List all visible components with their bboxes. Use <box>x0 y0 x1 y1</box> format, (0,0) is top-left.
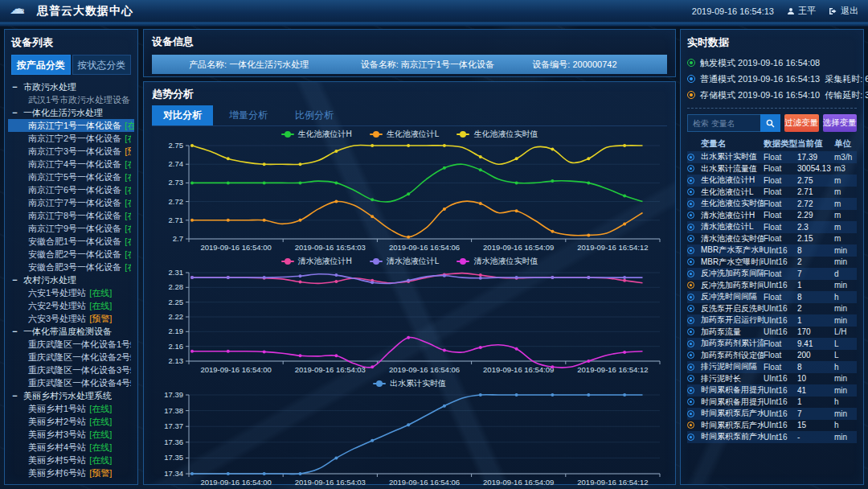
table-row[interactable]: 反冲洗加药泵时间UInt161min <box>687 280 857 292</box>
table-row[interactable]: 反洗泵开启反洗时长UInt162min <box>687 303 857 315</box>
table-row[interactable]: 加药泵开启运行时间UInt161min <box>687 314 857 327</box>
legend-item[interactable]: 清水池液位计L <box>370 256 440 267</box>
svg-text:2.71: 2.71 <box>169 216 184 224</box>
device-item[interactable]: 六安1号处理站[在线] <box>11 286 131 299</box>
logout-button[interactable]: 退出 <box>829 5 858 17</box>
tree-group[interactable]: −美丽乡村污水处理系统 <box>11 389 131 402</box>
device-item[interactable]: 南京江宁5号一体化设备[在线] <box>11 171 131 183</box>
device-item[interactable]: 重庆武隆区一体化设备4号站[预警] <box>11 376 131 389</box>
device-item[interactable]: 美丽乡村4号站[在线] <box>11 441 131 454</box>
legend-item[interactable]: 生化池液位计L <box>370 129 440 140</box>
mode-extra: 采集耗时: 60 ms <box>825 73 868 85</box>
table-row[interactable]: 加药泵流量UInt16170L/H <box>687 327 857 339</box>
variable-unit: h <box>834 421 857 429</box>
table-row[interactable]: 反冲洗加药泵间隔时间Float7d <box>687 268 857 280</box>
table-row[interactable]: 清水池液位计LFloat2.3m <box>687 221 857 233</box>
device-item[interactable]: 重庆武隆区一体化设备2号站[预警] <box>11 351 131 364</box>
tab-by-status[interactable]: 按状态分类 <box>72 55 132 75</box>
variable-type: Float <box>764 223 797 232</box>
table-row[interactable]: 生化池液位实时值Float2.72m <box>687 198 857 210</box>
device-item[interactable]: 南京江宁4号一体化设备[在线] <box>11 158 131 171</box>
table-row[interactable]: 时间累积泵前产水电动阀分UInt16-min <box>687 431 857 443</box>
table-row[interactable]: 清水池液位计HFloat2.29m <box>687 210 857 222</box>
device-item[interactable]: 南京江宁2号一体化设备[在线] <box>11 132 131 145</box>
device-item[interactable]: 南京江宁9号一体化设备[在线] <box>11 222 131 235</box>
table-row[interactable]: 加药泵药剂设定值Float200L <box>687 350 857 362</box>
variable-unit: min <box>834 246 857 255</box>
device-name: 美丽乡村5号站 <box>28 455 86 465</box>
svg-text:2019-09-16 16:54:12: 2019-09-16 16:54:12 <box>577 365 648 374</box>
tab-ratio-analysis[interactable]: 比例分析 <box>284 105 345 125</box>
variable-value: 2.3 <box>797 223 834 232</box>
table-row[interactable]: 生化池液位计LFloat2.71m <box>687 187 857 199</box>
table-row[interactable]: 时间累积泵后产水电动阀分UInt167min <box>687 408 857 420</box>
tree-group[interactable]: −一体化带温度检测设备 <box>11 325 131 338</box>
device-item[interactable]: 美丽乡村5号站[在线] <box>11 454 131 466</box>
table-row[interactable]: 时间累积泵后产水电动阀时UInt1615h <box>687 420 857 432</box>
trend-tabs: 对比分析 增量分析 比例分析 <box>152 105 667 126</box>
tree-group[interactable]: −市政污水处理 <box>11 80 131 93</box>
device-tree: −市政污水处理武汉1号市政污水处理设备[离线]−一体化生活污水处理南京江宁1号一… <box>11 80 131 479</box>
device-item[interactable]: 安徽合肥2号一体化设备[在线] <box>11 248 131 261</box>
header-datetime: 2019-09-16 16:54:13 <box>692 6 774 16</box>
device-item[interactable]: 南京江宁8号一体化设备[在线] <box>11 209 131 222</box>
table-row[interactable]: 清水池液位实时值Float2.15m <box>687 233 857 245</box>
device-item[interactable]: 六安3号处理站[预警] <box>11 312 131 325</box>
table-row[interactable]: 排污泥时间间隔Float8h <box>687 361 857 373</box>
tab-by-product[interactable]: 按产品分类 <box>11 55 71 75</box>
table-row[interactable]: 反冲洗时间间隔Float8h <box>687 291 857 303</box>
svg-text:2.28: 2.28 <box>169 282 184 291</box>
table-row[interactable]: 时间累积备用提升泵时UInt161h <box>687 397 857 409</box>
search-input[interactable] <box>687 114 760 132</box>
user-menu[interactable]: 王平 <box>787 5 816 17</box>
svg-text:2019-09-16 16:54:00: 2019-09-16 16:54:00 <box>200 243 271 252</box>
device-item[interactable]: 重庆武隆区一体化设备1号站[预警] <box>11 338 131 351</box>
header-data-type: 数据类型 <box>764 138 797 150</box>
select-variables-button[interactable]: 选择变量 <box>823 114 858 132</box>
table-row[interactable]: 时间累积备用提升泵分UInt1641min <box>687 384 857 397</box>
device-item[interactable]: 重庆武隆区一体化设备3号站[在线] <box>11 364 131 376</box>
svg-text:2019-09-16 16:54:09: 2019-09-16 16:54:09 <box>483 365 554 374</box>
search-button[interactable] <box>760 114 780 132</box>
tree-group[interactable]: −一体化生活污水处理 <box>11 106 131 119</box>
table-row[interactable]: 生化池液位计HFloat2.75m <box>687 175 857 187</box>
filter-variables-button[interactable]: 过滤变量 <box>784 114 819 132</box>
device-item[interactable]: 美丽乡村1号站[在线] <box>11 402 131 415</box>
tree-group[interactable]: −农村污水处理 <box>11 273 131 286</box>
legend-item[interactable]: 出水累计实时值 <box>373 378 446 389</box>
table-row[interactable]: 排污泥时长UInt1610min <box>687 373 857 385</box>
mode-label: 存储模式 2019-09-16 16:54:10 <box>700 89 820 101</box>
device-item[interactable]: 美丽乡村2号站[在线] <box>11 415 131 428</box>
device-item[interactable]: 安徽合肥1号一体化设备[在线] <box>11 235 131 248</box>
device-item[interactable]: 南京江宁3号一体化设备[预警] <box>11 145 131 158</box>
tab-compare-analysis[interactable]: 对比分析 <box>152 105 213 125</box>
legend-item[interactable]: 生化池液位计H <box>281 129 352 140</box>
device-item[interactable]: 安徽合肥3号一体化设备[在线] <box>11 261 131 273</box>
device-item[interactable]: 武汉1号市政污水处理设备[离线] <box>11 93 131 106</box>
device-item[interactable]: 南京江宁6号一体化设备[在线] <box>11 183 131 196</box>
variable-type: UInt16 <box>764 281 797 290</box>
legend-item[interactable]: 生化池液位实时值 <box>457 129 538 140</box>
device-item[interactable]: 南京江宁7号一体化设备[在线] <box>11 196 131 209</box>
table-row[interactable]: MBR产水泵产水时间分UInt168min <box>687 244 857 257</box>
device-item[interactable]: 六安2号处理站[在线] <box>11 299 131 312</box>
table-row[interactable]: 加药泵药剂累计流量Float9.41L <box>687 338 857 350</box>
variable-value: 2 <box>797 257 834 266</box>
table-row[interactable]: 出水累计流量值Float30054.13m3 <box>687 163 857 175</box>
search-icon <box>766 119 775 128</box>
legend-item[interactable]: 清水池液位实时值 <box>457 256 538 267</box>
device-name: 重庆武隆区一体化设备1号站 <box>28 339 131 349</box>
device-status-badge: [在线] <box>89 455 112 465</box>
legend-item[interactable]: 清水池液位计H <box>281 256 352 267</box>
tab-increment-analysis[interactable]: 增量分析 <box>218 105 279 125</box>
variable-name: 时间累积泵后产水电动阀时 <box>701 420 764 431</box>
table-row[interactable]: 出水累计实时值Float17.39m3/h <box>687 151 857 163</box>
variable-status-icon <box>687 434 694 441</box>
device-item[interactable]: 美丽乡村3号站[在线] <box>11 428 131 441</box>
legend-label: 生化池液位计L <box>387 129 440 140</box>
device-item[interactable]: 美丽乡村6号站[预警] <box>11 466 131 479</box>
variable-status-icon <box>687 270 694 277</box>
table-row[interactable]: MBR产水空曝时间分UInt162min <box>687 257 857 269</box>
device-item[interactable]: 南京江宁1号一体化设备[在线] <box>8 119 134 132</box>
variable-unit: m <box>834 223 857 232</box>
